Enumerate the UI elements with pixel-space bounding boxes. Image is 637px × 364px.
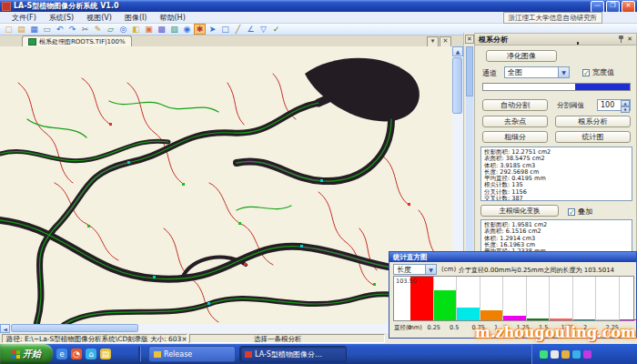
task-label: Release	[164, 350, 192, 359]
checkbox-check-icon[interactable]: ✓	[568, 208, 575, 216]
tray-icon-1[interactable]	[551, 350, 559, 359]
cut-icon[interactable]: ✂	[79, 24, 91, 35]
grade-thickness-button[interactable]: 粗细分	[482, 131, 548, 143]
windows-flag-icon	[12, 350, 20, 359]
task-button-las-app[interactable]: LA-S型植物图像分…	[239, 346, 347, 362]
task-button-release[interactable]: Release	[148, 346, 236, 362]
save-icon[interactable]: ▦	[28, 24, 40, 35]
menu-item-1[interactable]: 系统(S)	[43, 13, 80, 23]
width-value-checkbox[interactable]: ✓ 宽度值	[582, 67, 614, 77]
redo-icon[interactable]: ↷	[66, 24, 78, 35]
taskbar-divider	[138, 347, 141, 361]
tray-icon-4[interactable]	[583, 350, 592, 359]
root-image-canvas[interactable]	[0, 46, 452, 324]
histogram-title-bar[interactable]: 统计直方图	[389, 252, 636, 262]
main-root-transform-button[interactable]: 主根细化变换	[480, 205, 559, 217]
rect-icon[interactable]: □	[219, 24, 231, 35]
scroll-left-icon[interactable]: ◄	[0, 324, 10, 333]
checkbox-check-icon[interactable]: ✓	[582, 69, 590, 76]
histogram-column	[434, 277, 458, 320]
histogram-plot: 103.50	[393, 276, 634, 321]
target-icon[interactable]: ◉	[181, 24, 193, 35]
chevron-down-icon[interactable]: ▼	[558, 67, 569, 77]
root-analysis-panel: 根系分析 ✕ 净化图像 通道 全图 ▼ ✓ 宽度值 自动分割 分割阈值 100 …	[474, 33, 637, 256]
metric-dropdown[interactable]: 长度 ▼	[393, 264, 437, 275]
despeckle-button[interactable]: 去杂点	[482, 116, 548, 127]
document-tab[interactable]: 根系处理图ROOTS.TIF|100%	[22, 35, 132, 46]
menu-item-2[interactable]: 视图(V)	[80, 13, 118, 23]
channel-dropdown[interactable]: 全图 ▼	[504, 66, 570, 78]
histogram-bar	[550, 318, 572, 320]
threshold-spinner[interactable]: 100 ▲ ▼	[597, 99, 631, 111]
pencil-icon[interactable]: ✎	[92, 24, 104, 35]
chevron-down-icon[interactable]: ▼	[425, 265, 436, 274]
arrow-icon[interactable]: ➤	[207, 24, 218, 35]
measurement-results-1[interactable]: 投影面积: 12.2751 cm2 表面积: 38.5475 cm2 体积: 3…	[480, 147, 632, 201]
menu-item-0[interactable]: 文件(F)	[5, 13, 43, 23]
desktop-icon[interactable]: ⌂	[86, 349, 96, 359]
histogram-column	[480, 277, 504, 320]
gear-icon[interactable]: ✱	[194, 24, 206, 35]
print-icon[interactable]: ▭	[41, 24, 53, 35]
histogram-bar	[527, 318, 550, 320]
threshold-value[interactable]: 100	[598, 100, 621, 110]
document-tab-label: 根系处理图ROOTS.TIF|100%	[39, 37, 126, 46]
strip-close-icon[interactable]: ✕	[465, 35, 474, 44]
folder-icon[interactable]: ▤	[100, 349, 111, 359]
select-icon[interactable]: ▱	[105, 24, 116, 35]
open-folder-icon[interactable]: ▤	[15, 24, 27, 35]
menu-item-4[interactable]: 帮助(H)	[154, 13, 192, 23]
new-file-icon[interactable]: ▢	[3, 24, 15, 35]
window-title: LA-S型植物图像分析系统 V1.0	[14, 1, 119, 11]
panel-divider-strip: ✕	[463, 33, 474, 256]
horizontal-scroll-thumb[interactable]	[11, 324, 138, 332]
statistics-chart-button[interactable]: 统计图	[555, 131, 631, 143]
quick-launch: e◔⌂▤	[56, 346, 111, 362]
x-tick-label: 0.25	[428, 324, 440, 331]
pin-icon[interactable]	[618, 35, 624, 44]
measure-icon[interactable]: ✓	[270, 24, 282, 35]
undo-icon[interactable]: ↶	[54, 24, 66, 35]
panel-title: 根系分析	[479, 35, 508, 45]
media-icon[interactable]: ◔	[71, 349, 82, 359]
status-path: 路径: E:\~La-S型植物图像分析系统\CD刻录版 大小: 603×766	[2, 334, 187, 343]
scroll-up-icon[interactable]: ▲	[452, 46, 463, 56]
filter-icon[interactable]: ▨	[168, 24, 180, 35]
layers-icon[interactable]: ▩	[156, 24, 167, 35]
histogram-bar	[620, 319, 637, 320]
analyze-roots-button[interactable]: 根系分析	[555, 116, 631, 127]
app-icon	[245, 351, 252, 358]
measurement-results-2[interactable]: 投影面积: 1.9581 cm2 表面积: 6.1516 cm2 体积: 1.2…	[480, 219, 632, 256]
spinner-down-icon[interactable]: ▼	[621, 106, 630, 113]
overlay-label: 叠加	[578, 207, 592, 217]
histogram-column	[620, 277, 637, 320]
auto-split-button[interactable]: 自动分割	[482, 99, 548, 111]
tray-icon-0[interactable]	[540, 350, 548, 359]
title-bar[interactable]: LA-S型植物图像分析系统 V1.0 — ❐ ✕	[0, 0, 637, 12]
threshold-slider[interactable]	[482, 83, 631, 91]
vertical-scroll-thumb[interactable]	[452, 57, 462, 114]
ruler-icon[interactable]: ╱	[232, 24, 244, 35]
threshold-label: 分割阈值	[557, 101, 584, 110]
zoom-icon[interactable]: ◎	[117, 24, 129, 35]
start-button[interactable]: 开始	[0, 344, 53, 364]
panel-close-icon[interactable]: ✕	[627, 35, 632, 43]
y-max-label: 103.50	[396, 278, 417, 285]
spinner-up-icon[interactable]: ▲	[621, 100, 630, 106]
histogram-column	[550, 277, 573, 320]
panel-scroll-thumb[interactable]	[466, 46, 473, 96]
watermark: m.zhougouling.com	[475, 324, 636, 341]
tray-icon-2[interactable]	[561, 350, 570, 359]
fill-icon[interactable]: ◧	[130, 24, 142, 35]
tray-icon-3[interactable]	[572, 350, 581, 359]
root-image	[0, 46, 452, 324]
menu-item-3[interactable]: 图像(I)	[118, 13, 154, 23]
poly-icon[interactable]: ▽	[258, 24, 269, 35]
image-icon[interactable]: ▣	[143, 24, 155, 35]
purify-image-button[interactable]: 净化图像	[486, 50, 557, 62]
browser-icon[interactable]: e	[56, 349, 67, 359]
overlay-checkbox[interactable]: ✓ 叠加	[568, 207, 592, 217]
histogram-bar	[480, 310, 503, 320]
threshold-slider-tick	[577, 42, 579, 45]
angle-icon[interactable]: ∠	[245, 24, 257, 35]
